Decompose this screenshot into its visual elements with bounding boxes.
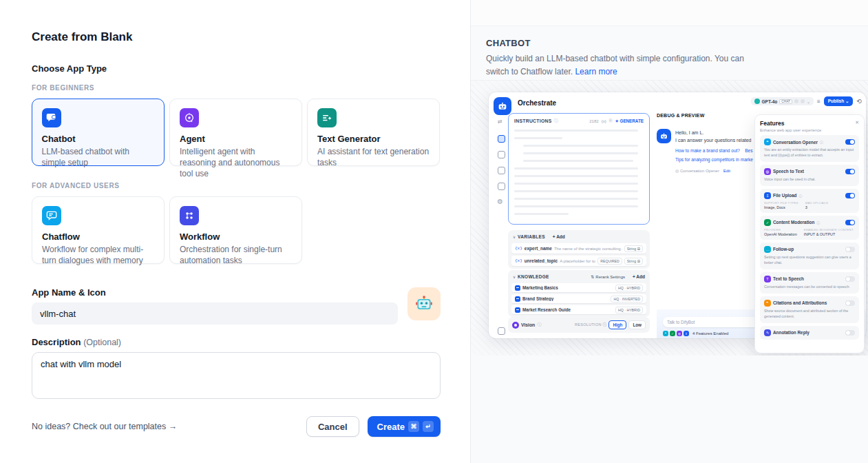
app-type-card-workflow[interactable]: Workflow Orchestration for single-turn a… xyxy=(169,196,302,264)
info-icon: ⓘ xyxy=(554,118,558,124)
robot-icon xyxy=(414,294,434,313)
toggle xyxy=(845,300,855,306)
card-desc: Orchestration for single-turn automation… xyxy=(180,244,292,266)
create-button[interactable]: Create ⌘ ↵ xyxy=(368,416,441,437)
dataset-icon xyxy=(515,296,520,302)
feature-citations: ❞ Citations and Attributions Show source… xyxy=(760,296,859,323)
vision-label: Vision xyxy=(521,322,535,327)
variable-name: unrelated_topic xyxy=(525,258,558,263)
info-icon: ⓘ xyxy=(820,140,823,144)
skeleton-line xyxy=(523,160,633,163)
knowledge-row: Market Research Guide HQ · HYBRID xyxy=(511,305,646,314)
mini-orchestrate-icon xyxy=(498,135,505,143)
preview-description: Quickly build an LLM-based chatbot with … xyxy=(486,52,767,78)
workflow-icon xyxy=(180,206,199,225)
preview-header: CHATBOT Quickly build an LLM-based chatb… xyxy=(471,26,868,78)
app-type-card-text-generator[interactable]: Text Generator AI assistant for text gen… xyxy=(307,99,440,166)
model-param-icon xyxy=(801,99,805,103)
variable-desc: The name of the strategic consulting... xyxy=(554,247,622,251)
instructions-label: INSTRUCTIONS xyxy=(514,119,552,123)
card-title: Agent xyxy=(180,134,292,144)
chevron-down-icon: ∨ xyxy=(513,235,516,239)
required-badge: REQUIRED xyxy=(597,258,622,265)
enter-key-icon: ↵ xyxy=(423,421,434,432)
dataset-name: Marketing Basics xyxy=(522,285,613,290)
variable-type-badge: String ⊞ xyxy=(624,245,643,252)
bot-avatar xyxy=(657,129,671,143)
variable-type-badge: String ⊞ xyxy=(624,258,643,265)
chevron-down-icon: ∨ xyxy=(513,275,516,279)
features-enabled-label: 4 Features Enabled xyxy=(692,331,728,336)
app-icon-picker[interactable] xyxy=(407,287,441,320)
app-name-input[interactable] xyxy=(32,302,398,325)
cmd-key-icon: ⌘ xyxy=(408,421,419,432)
app-type-card-chatflow[interactable]: Chatflow Workflow for complex multi-turn… xyxy=(32,196,165,264)
model-name: GPT-4o xyxy=(762,99,778,104)
card-title: Chatflow xyxy=(42,232,154,242)
char-count: 2182 xyxy=(589,119,598,123)
model-param-icon xyxy=(794,99,798,103)
skeleton-line xyxy=(514,205,638,208)
variable-icon: {x} xyxy=(602,119,606,123)
chevron-down-icon: ⌄ xyxy=(807,99,810,104)
app-type-card-chatbot[interactable]: Chatbot LLM-based chatbot with simple se… xyxy=(32,99,165,166)
skeleton-line xyxy=(514,190,638,193)
add-variable-button: + Add xyxy=(553,234,565,239)
info-icon: ⓘ xyxy=(816,220,820,225)
dataset-name: Market Research Guide xyxy=(522,307,613,312)
robot-icon xyxy=(497,101,508,112)
app-type-card-agent[interactable]: Agent Intelligent agent with reasoning a… xyxy=(169,99,302,166)
mini-orchestrate-title: Orchestrate xyxy=(518,99,556,107)
suggestion-link: Bes xyxy=(745,148,752,153)
choose-app-type-label: Choose App Type xyxy=(32,63,441,74)
moderation-chip-icon: ✓ xyxy=(670,331,675,336)
mini-feature-chips: ❝ ✓ ◍ ↥ 4 Features Enabled xyxy=(663,331,728,336)
preview-heading: CHATBOT xyxy=(486,38,868,48)
generate-button: ✦ GENERATE xyxy=(615,119,644,123)
conversation-opener-icon: ❝ xyxy=(764,138,771,145)
toggle xyxy=(845,220,855,225)
resolution-label: RESOLUTION ⓘ xyxy=(575,322,606,327)
info-icon: ⓘ xyxy=(798,194,802,198)
create-form-panel: Create from Blank Choose App Type FOR BE… xyxy=(0,0,471,463)
description-textarea[interactable] xyxy=(32,352,441,399)
toggle xyxy=(845,276,855,282)
agent-icon xyxy=(180,108,199,127)
card-title: Chatbot xyxy=(42,134,155,144)
moderation-icon: ✓ xyxy=(764,219,771,226)
preview-image-band: ⇄ ⚙ Orchestrate GPT-4o CHAT xyxy=(471,80,868,356)
rerank-settings-label: Rerank Settings xyxy=(595,275,625,279)
robot-icon xyxy=(659,132,668,141)
vision-icon xyxy=(512,322,519,329)
cancel-button[interactable]: Cancel xyxy=(306,416,359,437)
opener-label: Conversation Opener xyxy=(680,169,719,173)
modal-footer: No ideas? Check out our templates → Canc… xyxy=(32,416,441,437)
mini-vision-row: Vision ⓘ RESOLUTION ⓘ High Low xyxy=(508,317,650,333)
dataset-name: Brand Strategy xyxy=(522,296,608,301)
file-upload-icon: ↥ xyxy=(764,192,771,199)
templates-link[interactable]: No ideas? Check out our templates → xyxy=(32,422,177,431)
dataset-icon xyxy=(515,285,520,291)
skeleton-line xyxy=(514,175,638,178)
card-desc: LLM-based chatbot with simple setup xyxy=(42,146,155,168)
dataset-badge: HQ · HYBRID xyxy=(615,285,643,291)
beginner-cards: Chatbot LLM-based chatbot with simple se… xyxy=(32,99,441,166)
opener-icon: ◎ xyxy=(675,169,679,173)
footer-buttons: Cancel Create ⌘ ↵ xyxy=(306,416,441,437)
copy-icon: ⎘ xyxy=(609,119,613,123)
skeleton-line xyxy=(514,213,569,216)
description-label-text: Description xyxy=(32,337,81,347)
mini-variables-section: ∨ VARIABLES + Add {x} expert_name The na… xyxy=(508,230,650,269)
chatflow-icon xyxy=(42,206,61,225)
mini-publish-button: Publish ⌄ xyxy=(824,96,854,106)
mini-model-selector: GPT-4o CHAT ⌄ xyxy=(751,97,814,105)
advanced-cards: Chatflow Workflow for complex multi-turn… xyxy=(32,196,441,264)
mini-gear-icon: ⚙ xyxy=(497,198,503,205)
feature-content-moderation: ✓ Content Moderation ⓘ PROVIDEROpenAI Mo… xyxy=(760,216,859,240)
for-advanced-users-label: FOR ADVANCED USERS xyxy=(32,182,441,189)
chatbot-icon xyxy=(42,108,61,127)
learn-more-link[interactable]: Learn more xyxy=(575,67,617,76)
variable-row: {x} unrelated_topic A placeholder for to… xyxy=(511,256,646,266)
add-knowledge-button: + Add xyxy=(633,274,645,279)
app-name-row: App Name & Icon xyxy=(32,287,441,325)
